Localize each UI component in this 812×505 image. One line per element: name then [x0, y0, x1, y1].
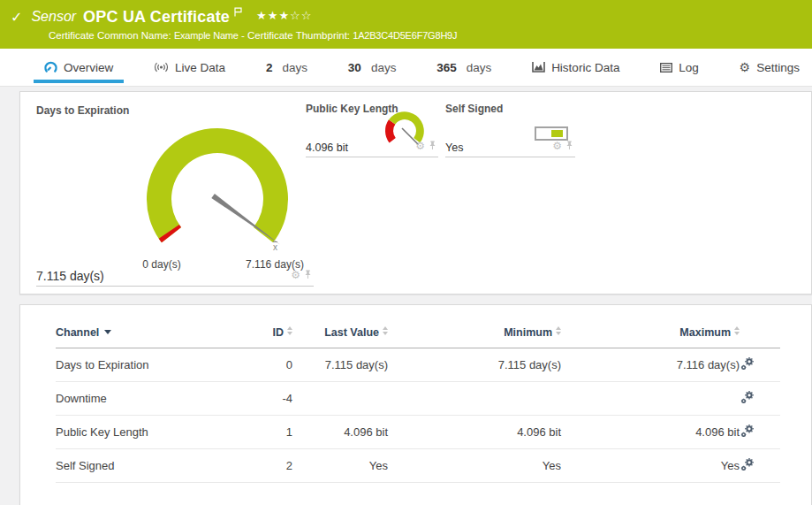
tab-log[interactable]: Log	[658, 49, 701, 86]
tab-number: 365	[436, 61, 457, 74]
table-row: Public Key Length 1 4.096 bit 4.096 bit …	[56, 416, 780, 449]
column-header-channel[interactable]: Channel	[56, 326, 224, 348]
settings-gear-icon: ⚙	[740, 61, 751, 73]
pin-icon[interactable]	[429, 138, 436, 154]
gauge-icon	[44, 61, 57, 73]
channel-last-value: Yes	[445, 142, 463, 154]
cell-id: 1	[224, 416, 292, 449]
channel-settings-gears-icon[interactable]	[740, 382, 780, 416]
column-header-actions	[740, 326, 780, 348]
tab-number: 2	[266, 61, 273, 74]
status-ok-check-icon: ✓	[11, 9, 22, 26]
cell-minimum: 7.115 day(s)	[388, 348, 561, 382]
priority-stars[interactable]: ★★★☆☆	[256, 9, 312, 22]
sensor-banner: ✓ Sensor OPC UA Certificate ★★★☆☆ Certif…	[0, 0, 812, 49]
historic-data-chart-icon	[532, 62, 545, 73]
cell-minimum: Yes	[388, 449, 561, 483]
gauges-panel: Days to Expiration x 0 day(s) 7.116 day(…	[19, 91, 812, 295]
channel-settings-gears-icon[interactable]	[740, 416, 780, 449]
days-to-expiration-gauge-chart	[129, 115, 306, 264]
cell-maximum: 4.096 bit	[561, 416, 740, 449]
channels-table: Channel ID Last Value Minimum Maximum Da…	[56, 326, 780, 483]
table-row: Days to Expiration 0 7.115 day(s) 7.115 …	[56, 348, 780, 382]
priority-flag-icon[interactable]	[234, 4, 242, 20]
sensor-title: OPC UA Certificate	[83, 8, 230, 27]
column-header-minimum[interactable]: Minimum	[388, 326, 561, 348]
channel-settings-gear-icon[interactable]: ⚙	[415, 141, 425, 151]
tab-word: days	[282, 61, 307, 74]
table-row: Downtime -4	[56, 382, 780, 416]
channels-table-panel: Channel ID Last Value Minimum Maximum Da…	[19, 304, 812, 505]
tab-historic-data[interactable]: Historic Data	[530, 49, 621, 86]
sort-desc-caret-icon	[104, 330, 111, 334]
channel-settings-gear-icon[interactable]: ⚙	[291, 270, 300, 280]
cell-channel: Public Key Length	[56, 416, 224, 449]
cell-last-value	[292, 382, 388, 416]
boolean-indicator-knob	[551, 130, 563, 137]
column-header-maximum[interactable]: Maximum	[561, 326, 740, 348]
table-header-row: Channel ID Last Value Minimum Maximum	[56, 326, 780, 348]
table-row: Self Signed 2 Yes Yes Yes	[56, 449, 780, 483]
cell-maximum	[561, 382, 740, 416]
tab-label: Overview	[64, 61, 113, 74]
tab-365-days[interactable]: 365days	[435, 49, 493, 86]
object-kind-label: Sensor	[31, 9, 76, 25]
cell-channel: Days to Expiration	[56, 348, 224, 382]
cell-channel: Downtime	[56, 382, 224, 416]
tab-label: Live Data	[175, 61, 225, 74]
gauge-title: Self Signed	[445, 103, 575, 115]
cell-last-value: 4.096 bit	[292, 416, 388, 449]
channel-settings-gears-icon[interactable]	[740, 449, 780, 483]
gauge-min-label: 0 day(s)	[120, 258, 203, 271]
tab-label: Log	[679, 61, 699, 74]
cell-maximum: Yes	[561, 449, 740, 483]
channel-last-value: 4.096 bit	[306, 142, 348, 154]
tab-2-days[interactable]: 2days	[264, 49, 309, 86]
gauge-public-key-length: Public Key Length 4.096 bit ⚙	[306, 103, 438, 157]
pin-icon[interactable]	[565, 138, 573, 154]
tab-word: days	[371, 61, 397, 74]
cell-channel: Self Signed	[56, 449, 224, 483]
gauge-self-signed: Self Signed Yes ⚙	[445, 103, 575, 157]
cell-id: -4	[224, 382, 292, 416]
tab-word: days	[467, 61, 492, 74]
log-list-icon	[660, 63, 672, 73]
cell-id: 2	[224, 449, 292, 483]
sort-toggle-icon	[383, 326, 388, 335]
sensor-message: Certificate Common Name: Example Name - …	[9, 30, 803, 41]
channel-settings-gears-icon[interactable]	[740, 348, 780, 382]
sort-toggle-icon	[287, 326, 292, 335]
sort-toggle-icon	[734, 326, 740, 335]
tab-settings[interactable]: ⚙ Settings	[738, 49, 801, 86]
sort-toggle-icon	[556, 326, 561, 335]
tab-label: Settings	[756, 61, 800, 74]
tab-overview[interactable]: Overview	[42, 49, 115, 86]
pin-icon[interactable]	[304, 267, 312, 283]
channel-last-value: 7.115 day(s)	[36, 269, 104, 283]
cell-minimum: 4.096 bit	[388, 416, 561, 449]
column-header-id[interactable]: ID	[224, 326, 292, 348]
cell-id: 0	[224, 348, 292, 382]
cell-last-value: Yes	[292, 449, 388, 483]
overview-content: Days to Expiration x 0 day(s) 7.116 day(…	[0, 87, 812, 505]
live-data-icon	[154, 62, 169, 73]
channel-settings-gear-icon[interactable]: ⚙	[552, 141, 562, 151]
sensor-tab-bar: Overview Live Data 2days 30days 365days …	[0, 49, 812, 87]
tab-number: 30	[348, 61, 361, 74]
tab-live-data[interactable]: Live Data	[152, 49, 227, 86]
mean-marker: x	[273, 241, 277, 252]
cell-minimum	[388, 382, 561, 416]
gauge-days-to-expiration: Days to Expiration x 0 day(s) 7.116 day(…	[36, 104, 314, 287]
column-header-last-value[interactable]: Last Value	[292, 326, 388, 348]
cell-last-value: 7.115 day(s)	[292, 348, 388, 382]
tab-30-days[interactable]: 30days	[346, 49, 398, 86]
cell-maximum: 7.116 day(s)	[561, 348, 740, 382]
tab-label: Historic Data	[551, 61, 619, 74]
